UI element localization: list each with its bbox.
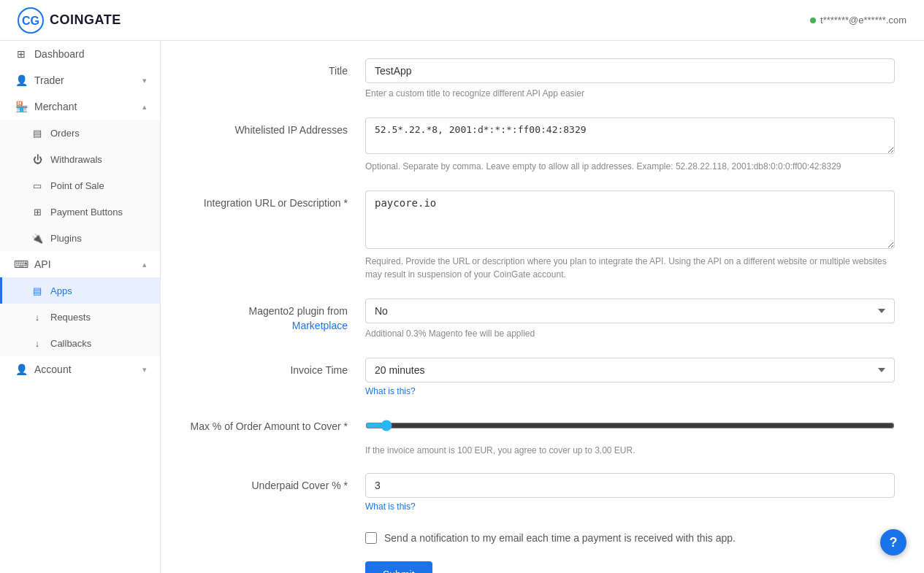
magento-select[interactable]: No Yes [365,299,895,323]
person-icon: 👤 [15,74,27,86]
sidebar-item-merchant[interactable]: 🏪 Merchant ▴ [0,93,160,120]
tablet-icon: ▭ [31,180,43,191]
sidebar-item-label: Orders [50,128,80,139]
store-icon: 🏪 [15,101,27,112]
chevron-down-icon: ▾ [142,365,147,374]
main-content: Title Enter a custom title to recognize … [161,41,924,573]
magento-row: Magento2 plugin from Marketplace No Yes … [190,299,895,340]
integration-label: Integration URL or Description * [190,191,365,211]
form-container: Title Enter a custom title to recognize … [161,41,924,573]
user-email: t*******@e******.com [820,15,906,26]
sidebar-item-label: Callbacks [50,338,91,349]
sidebar-item-label: API [34,258,51,270]
callback-icon: ↓ [31,337,43,349]
sidebar-item-label: Account [34,364,72,375]
magento-hint: Additional 0.3% Magento fee will be appl… [365,327,895,340]
title-input[interactable] [365,58,895,83]
account-icon: 👤 [15,364,27,375]
underpaid-row: Underpaid Cover % * What is this? [190,473,895,512]
sidebar-item-label: Requests [50,312,91,323]
max-pct-label: Max % of Order Amount to Cover * [190,414,365,434]
notification-control: Send a notification to my email each tim… [365,529,895,544]
sidebar-item-label: Dashboard [34,48,85,60]
sidebar-item-callbacks[interactable]: ↓ Callbacks [0,330,160,356]
ip-hint: Optional. Separate by comma. Leave empty… [365,160,895,173]
invoice-label: Invoice Time [190,358,365,378]
dashboard-icon: ⊞ [15,48,27,60]
coingate-logo-icon: CG [18,7,44,34]
invoice-control: 20 minutes 30 minutes 1 hour 2 hours Wha… [365,358,895,396]
notification-label-spacer [190,529,365,535]
submit-row: Submit [190,561,895,573]
max-pct-slider[interactable] [365,420,895,431]
header: CG COINGATE t*******@e******.com [0,0,924,41]
sidebar-item-point-of-sale[interactable]: ▭ Point of Sale [0,172,160,199]
integration-row: Integration URL or Description * paycore… [190,191,895,281]
sidebar-item-orders[interactable]: ▤ Orders [0,120,160,146]
notification-row: Send a notification to my email each tim… [190,529,895,544]
integration-textarea[interactable]: paycore.io [365,191,895,249]
grid-icon: ⊞ [31,206,43,218]
notification-label[interactable]: Send a notification to my email each tim… [384,532,736,544]
invoice-row: Invoice Time 20 minutes 30 minutes 1 hou… [190,358,895,396]
sidebar-item-dashboard[interactable]: ⊞ Dashboard [0,41,160,67]
chevron-down-icon: ▾ [142,76,147,85]
title-hint: Enter a custom title to recognize differ… [365,87,895,100]
submit-button[interactable]: Submit [365,561,432,573]
sidebar-item-withdrawals[interactable]: ⏻ Withdrawals [0,146,160,172]
sidebar-item-apps[interactable]: ▤ Apps [0,277,160,304]
sidebar-item-label: Payment Buttons [50,207,123,218]
power-icon: ⏻ [31,153,43,165]
magento-label: Magento2 plugin from Marketplace [190,299,365,333]
max-pct-control: If the invoice amount is 100 EUR, you ag… [365,414,895,455]
sidebar-item-label: Point of Sale [50,180,104,191]
sidebar-item-plugins[interactable]: 🔌 Plugins [0,225,160,251]
underpaid-control: What is this? [365,473,895,512]
magento-control: No Yes Additional 0.3% Magento fee will … [365,299,895,340]
ip-row: Whitelisted IP Addresses 52.5*.22.*8, 20… [190,118,895,173]
list-icon: ▤ [31,127,43,139]
marketplace-link[interactable]: Marketplace [292,320,348,331]
sidebar-item-label: Plugins [50,233,82,244]
sidebar-item-api[interactable]: ⌨ API ▴ [0,251,160,277]
download-icon: ↓ [31,311,43,323]
plug-icon: 🔌 [31,232,43,244]
user-status-dot [810,18,816,23]
header-user: t*******@e******.com [810,15,906,26]
notification-checkbox-row: Send a notification to my email each tim… [365,532,895,544]
integration-control: paycore.io Required. Provide the URL or … [365,191,895,281]
integration-hint: Required. Provide the URL or description… [365,255,895,281]
apps-icon: ▤ [31,285,43,296]
title-control: Enter a custom title to recognize differ… [365,58,895,100]
underpaid-label: Underpaid Cover % * [190,473,365,493]
invoice-select[interactable]: 20 minutes 30 minutes 1 hour 2 hours [365,358,895,382]
notification-checkbox[interactable] [365,532,377,544]
underpaid-what-is-this-link[interactable]: What is this? [365,501,416,512]
ip-textarea[interactable]: 52.5*.22.*8, 2001:d*:*:*:ff00:42:8329 [365,118,895,154]
sidebar-item-account[interactable]: 👤 Account ▾ [0,356,160,382]
svg-text:CG: CG [22,15,39,27]
chevron-up-icon: ▴ [142,260,147,269]
max-pct-row: Max % of Order Amount to Cover * If the … [190,414,895,455]
ip-label: Whitelisted IP Addresses [190,118,365,138]
sidebar-item-label: Trader [34,74,64,86]
sidebar-item-label: Merchant [34,101,77,112]
sidebar-item-trader[interactable]: 👤 Trader ▾ [0,67,160,93]
help-button[interactable]: ? [880,529,906,555]
submit-control: Submit [365,561,895,573]
ip-control: 52.5*.22.*8, 2001:d*:*:*:ff00:42:8329 Op… [365,118,895,173]
sidebar-item-label: Apps [50,285,72,296]
title-label: Title [190,58,365,79]
underpaid-input[interactable] [365,473,895,498]
logo: CG COINGATE [18,7,121,34]
max-pct-hint: If the invoice amount is 100 EUR, you ag… [365,445,895,455]
logo-text: COINGATE [50,12,121,28]
title-row: Title Enter a custom title to recognize … [190,58,895,100]
code-icon: ⌨ [15,258,27,270]
chevron-up-icon: ▴ [142,102,147,112]
slider-wrap [365,414,895,439]
invoice-what-is-this-link[interactable]: What is this? [365,386,416,396]
sidebar-item-payment-buttons[interactable]: ⊞ Payment Buttons [0,199,160,225]
sidebar-item-label: Withdrawals [50,154,102,165]
sidebar-item-requests[interactable]: ↓ Requests [0,304,160,330]
